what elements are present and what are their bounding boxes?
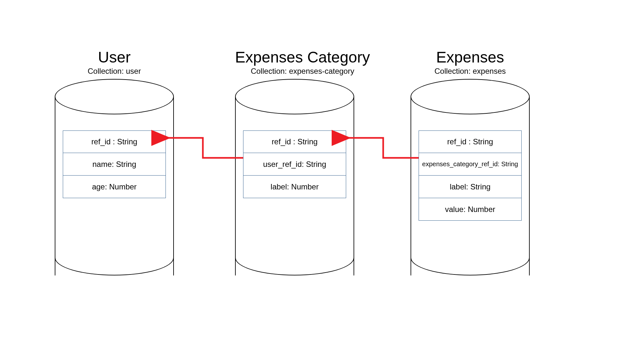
field-item: value: Number — [419, 198, 522, 221]
collection-expenses: Expenses Collection: expenses ref_id : S… — [411, 48, 530, 275]
collection-subtitle: Collection: expenses-category — [235, 67, 370, 76]
cylinder-shape: ref_id : String expenses_category_ref_id… — [411, 79, 530, 275]
field-list: ref_id : String name: String age: Number — [63, 130, 166, 198]
field-item: label: Number — [243, 176, 346, 198]
field-item: label: String — [419, 176, 522, 198]
collection-subtitle: Collection: expenses — [411, 67, 530, 76]
field-item: ref_id : String — [63, 130, 166, 153]
collection-title: Expenses Category — [235, 48, 370, 66]
field-item: ref_id : String — [243, 130, 346, 153]
collection-subtitle: Collection: user — [55, 67, 174, 76]
field-list: ref_id : String user_ref_id: String labe… — [243, 130, 346, 198]
cylinder-shape: ref_id : String name: String age: Number — [55, 79, 174, 275]
relation-arrow — [341, 135, 428, 174]
field-item: expenses_category_ref_id: String — [419, 153, 522, 176]
field-item: age: Number — [63, 176, 166, 198]
field-list: ref_id : String expenses_category_ref_id… — [419, 130, 522, 221]
relation-arrow — [161, 135, 248, 174]
field-item: ref_id : String — [419, 130, 522, 153]
diagram-container: User Collection: user ref_id : String na… — [0, 0, 644, 346]
field-item: user_ref_id: String — [243, 153, 346, 176]
collection-title: Expenses — [411, 48, 530, 66]
collection-user: User Collection: user ref_id : String na… — [55, 48, 174, 275]
cylinder-shape: ref_id : String user_ref_id: String labe… — [235, 79, 354, 275]
collection-title: User — [55, 48, 174, 66]
field-item: name: String — [63, 153, 166, 176]
